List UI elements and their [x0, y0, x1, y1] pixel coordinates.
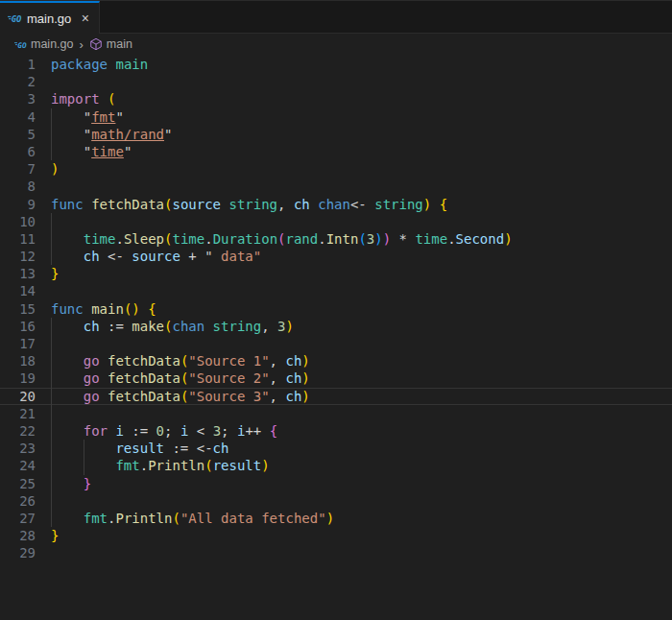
- code-line[interactable]: 19 go fetchData("Source 2", ch): [0, 370, 672, 387]
- code-editor[interactable]: 1package main23import (4 "fmt"5 "math/ra…: [0, 55, 672, 561]
- svg-text:GO: GO: [12, 14, 22, 24]
- code-line[interactable]: 1package main: [0, 56, 672, 73]
- code-text: ch := make(chan string, 3): [51, 318, 294, 335]
- svg-text:GO: GO: [17, 40, 27, 49]
- indent-guide: [84, 440, 84, 457]
- code-text: }: [51, 265, 59, 282]
- code-line[interactable]: 13}: [0, 265, 672, 282]
- code-area: 1package main23import (4 "fmt"5 "math/ra…: [0, 56, 672, 561]
- indent-guide: [51, 335, 52, 352]
- code-text: }: [51, 527, 59, 544]
- tab-main-go[interactable]: GO main.go ×: [0, 1, 100, 34]
- indent-guide: [51, 143, 52, 160]
- indent-guide: [51, 248, 52, 265]
- line-number[interactable]: 7: [0, 160, 36, 178]
- line-number[interactable]: 6: [0, 143, 36, 160]
- code-line[interactable]: 14: [0, 282, 672, 299]
- breadcrumb-symbol[interactable]: main: [89, 37, 132, 51]
- line-number[interactable]: 24: [0, 457, 36, 474]
- code-text: ): [51, 160, 59, 178]
- chevron-right-icon: ›: [78, 37, 84, 52]
- code-text: import (: [51, 90, 115, 107]
- code-line[interactable]: 21: [0, 405, 672, 422]
- line-number[interactable]: 13: [0, 265, 36, 282]
- code-line[interactable]: 11 time.Sleep(time.Duration(rand.Intn(3)…: [0, 230, 672, 248]
- code-line[interactable]: 18 go fetchData("Source 1", ch): [0, 352, 672, 370]
- line-number[interactable]: 8: [0, 178, 36, 195]
- package-cube-icon: [89, 37, 103, 51]
- code-text: func main() {: [51, 300, 156, 318]
- code-line[interactable]: 12 ch <- source + " data": [0, 248, 672, 265]
- indent-guide: [51, 510, 52, 527]
- code-line[interactable]: 29: [0, 544, 672, 561]
- code-line[interactable]: 2: [0, 73, 672, 90]
- indent-guide: [51, 475, 52, 492]
- line-number[interactable]: 22: [0, 422, 36, 440]
- code-line[interactable]: 7): [0, 160, 672, 178]
- line-number[interactable]: 17: [0, 335, 36, 352]
- code-line[interactable]: 3import (: [0, 90, 672, 107]
- code-line[interactable]: 25 }: [0, 475, 672, 492]
- line-number[interactable]: 2: [0, 73, 36, 90]
- code-line[interactable]: 16 ch := make(chan string, 3): [0, 318, 672, 335]
- code-line[interactable]: 8: [0, 178, 672, 195]
- code-text: fmt.Println("All data fetched"): [51, 510, 334, 527]
- line-number[interactable]: 12: [0, 248, 36, 265]
- line-number[interactable]: 11: [0, 230, 36, 248]
- code-text: "time": [51, 143, 132, 160]
- indent-guide: [51, 405, 52, 422]
- line-number[interactable]: 16: [0, 318, 36, 335]
- code-text: }: [51, 475, 91, 492]
- close-icon[interactable]: ×: [80, 11, 91, 26]
- go-file-icon: GO: [8, 12, 22, 26]
- line-number[interactable]: 25: [0, 475, 36, 492]
- line-number[interactable]: 5: [0, 126, 36, 143]
- line-number[interactable]: 1: [0, 56, 36, 73]
- breadcrumb: GO main.go › main: [0, 34, 672, 55]
- line-number[interactable]: 18: [0, 352, 36, 370]
- line-number[interactable]: 10: [0, 213, 36, 230]
- code-line[interactable]: 6 "time": [0, 143, 672, 160]
- indent-guide: [51, 230, 52, 248]
- code-text: for i := 0; i < 3; i++ {: [51, 422, 277, 440]
- code-line[interactable]: 24 fmt.Println(result): [0, 457, 672, 474]
- line-number[interactable]: 29: [0, 544, 36, 561]
- indent-guide: [51, 457, 52, 474]
- breadcrumb-symbol-label: main: [107, 37, 132, 51]
- line-number[interactable]: 3: [0, 90, 36, 107]
- code-text: go fetchData("Source 2", ch): [51, 370, 310, 387]
- code-line[interactable]: 4 "fmt": [0, 108, 672, 126]
- line-number[interactable]: 28: [0, 527, 36, 544]
- line-number[interactable]: 27: [0, 510, 36, 527]
- code-line[interactable]: 5 "math/rand": [0, 126, 672, 143]
- code-line[interactable]: 23 result := <-ch: [0, 440, 672, 457]
- line-number[interactable]: 4: [0, 108, 36, 126]
- indent-guide: [51, 492, 52, 510]
- code-line[interactable]: 10: [0, 213, 672, 230]
- line-number[interactable]: 26: [0, 492, 36, 510]
- line-number[interactable]: 21: [0, 405, 36, 422]
- code-line[interactable]: 9func fetchData(source string, ch chan<-…: [0, 196, 672, 213]
- indent-guide: [51, 318, 52, 335]
- code-line[interactable]: 26: [0, 492, 672, 510]
- line-number[interactable]: 14: [0, 282, 36, 299]
- line-number[interactable]: 9: [0, 196, 36, 213]
- code-line[interactable]: 28}: [0, 527, 672, 544]
- breadcrumb-file[interactable]: GO main.go: [14, 37, 73, 51]
- line-number[interactable]: 23: [0, 440, 36, 457]
- code-line[interactable]: 20 go fetchData("Source 3", ch): [0, 388, 672, 405]
- line-number[interactable]: 20: [0, 388, 36, 405]
- code-line[interactable]: 22 for i := 0; i < 3; i++ {: [0, 422, 672, 440]
- line-number[interactable]: 15: [0, 300, 36, 318]
- code-line[interactable]: 15func main() {: [0, 300, 672, 318]
- indent-guide: [51, 388, 52, 405]
- indent-guide: [51, 370, 52, 387]
- code-line[interactable]: 27 fmt.Println("All data fetched"): [0, 510, 672, 527]
- indent-guide: [51, 422, 52, 440]
- code-text: result := <-ch: [51, 440, 228, 457]
- line-number[interactable]: 19: [0, 370, 36, 387]
- code-line[interactable]: 17: [0, 335, 672, 352]
- code-text: "math/rand": [51, 126, 172, 143]
- breadcrumb-file-label: main.go: [31, 37, 73, 51]
- code-text: package main: [51, 56, 148, 73]
